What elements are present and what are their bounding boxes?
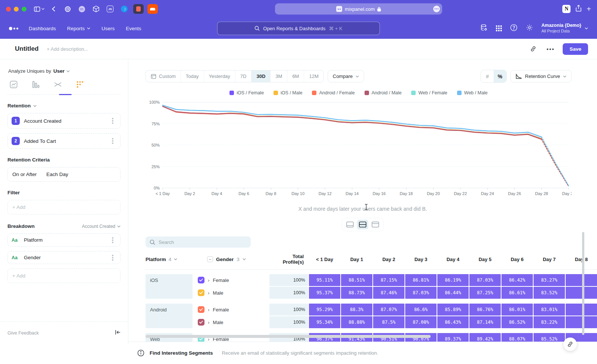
global-search[interactable]: Open Reports & Dashboards ⌘ + K <box>217 22 380 35</box>
retention-value-cell[interactable]: 86.81% <box>405 274 437 286</box>
retention-value-cell[interactable]: 83.01% <box>534 304 565 316</box>
range-30d[interactable]: 30D <box>251 70 271 82</box>
range-custom[interactable]: Custom <box>146 70 181 82</box>
retention-value-cell[interactable]: 83.22% <box>534 316 565 328</box>
expand-chevron-icon[interactable]: › <box>208 307 209 313</box>
notion-extension-icon[interactable]: N <box>562 5 571 13</box>
extension-cube-icon[interactable] <box>91 4 101 14</box>
platform-cell[interactable]: Android <box>146 304 193 328</box>
account-switcher[interactable]: Amazonia {Demo} All Project Data <box>541 23 588 34</box>
absolute-mode-button[interactable]: # <box>481 70 494 82</box>
series-checkbox[interactable] <box>198 306 204 313</box>
legend-item[interactable]: Web / Male <box>457 90 488 95</box>
table-only-view-button[interactable] <box>370 220 381 229</box>
retention-value-cell[interactable]: 86.43% <box>437 316 469 328</box>
retention-step-a[interactable]: 1 Account Created <box>7 113 121 129</box>
sidebar-toggle-icon[interactable] <box>34 4 44 14</box>
share-icon[interactable] <box>576 5 581 13</box>
split-view-button[interactable] <box>357 220 368 229</box>
back-button[interactable] <box>48 4 59 14</box>
breakdown-applies-to-selector[interactable]: Account Created <box>82 224 121 229</box>
retention-value-cell[interactable] <box>566 316 597 328</box>
interesting-segments-bar[interactable]: Find Interesting Segments Receive an ema… <box>128 342 597 364</box>
segments-title[interactable]: Find Interesting Segments <box>150 350 213 356</box>
nav-dashboards[interactable]: Dashboards <box>29 26 56 31</box>
day-column-header[interactable]: Day 1 <box>341 257 372 262</box>
vertical-scrollbar[interactable] <box>582 232 584 335</box>
retention-value-cell[interactable]: 86.42% <box>501 274 533 286</box>
report-title[interactable]: Untitled <box>15 45 38 53</box>
legend-item[interactable]: Web / Female <box>411 90 447 95</box>
retention-section-header[interactable]: Retention <box>7 103 121 109</box>
retention-value-cell[interactable]: 87.46% <box>373 287 404 299</box>
legend-item[interactable]: iOS / Female <box>229 90 264 95</box>
nav-users[interactable]: Users <box>101 26 115 31</box>
tab-retention-icon[interactable] <box>76 81 84 90</box>
retention-value-cell[interactable]: 87.14% <box>469 316 501 328</box>
retention-criteria-card[interactable]: On or After Each Day <box>7 167 121 182</box>
retention-value-cell[interactable]: 87.03% <box>469 274 501 286</box>
range-12m[interactable]: 12M <box>304 70 323 82</box>
total-profiles-cell[interactable]: 100% <box>269 274 308 286</box>
extension-ring-icon[interactable] <box>62 4 73 14</box>
apps-grid-icon[interactable] <box>496 25 502 31</box>
retention-value-cell[interactable]: 88.51% <box>341 274 372 286</box>
day-column-header[interactable]: Day 8 <box>566 257 597 262</box>
tab-insights-icon[interactable] <box>10 81 18 90</box>
save-button[interactable]: Save <box>563 43 588 55</box>
compare-button[interactable]: Compare <box>328 70 364 82</box>
step-menu-icon[interactable] <box>112 120 113 122</box>
platform-cell[interactable]: iOS <box>146 274 193 299</box>
retention-step-b[interactable]: 2 Added To Cart <box>7 133 121 149</box>
platform-column-header[interactable]: Platform 4 <box>146 257 207 262</box>
minimize-window-button[interactable] <box>14 7 19 12</box>
table-search-input[interactable] <box>159 239 241 245</box>
retention-value-cell[interactable]: 87.5% <box>373 316 404 328</box>
total-profiles-cell[interactable]: 100% <box>269 304 308 316</box>
percent-mode-button[interactable]: % <box>494 70 506 82</box>
range-today[interactable]: Today <box>181 70 204 82</box>
retention-value-cell[interactable]: 86.19% <box>437 274 469 286</box>
extension-m-icon[interactable]: m <box>76 4 87 14</box>
range-7d[interactable]: 7D <box>235 70 252 82</box>
floating-share-link-button[interactable] <box>563 338 577 351</box>
retention-value-cell[interactable]: 95.34% <box>309 316 340 328</box>
expand-chevron-icon[interactable]: › <box>208 290 209 296</box>
nav-reports[interactable]: Reports <box>67 26 90 31</box>
settings-gear-icon[interactable] <box>526 24 533 33</box>
legend-item[interactable]: Android / Male <box>365 90 402 95</box>
retention-value-cell[interactable]: 86.76% <box>469 304 501 316</box>
breakdown-menu-icon[interactable] <box>112 257 113 258</box>
retention-value-cell[interactable]: 83.27% <box>534 274 565 286</box>
retention-value-cell[interactable]: 95.37% <box>309 287 340 299</box>
extension-cloud-icon[interactable] <box>147 4 158 14</box>
more-options-icon[interactable]: ••• <box>547 46 555 52</box>
address-bar[interactable]: mixpanel.com ••• <box>275 3 442 15</box>
retention-value-cell[interactable]: 86.6% <box>405 304 437 316</box>
retention-value-cell[interactable]: 86.44% <box>437 287 469 299</box>
day-column-header[interactable]: Day 3 <box>405 257 437 262</box>
tab-flows-icon[interactable] <box>54 81 62 90</box>
retention-value-cell[interactable]: 95.11% <box>309 274 340 286</box>
total-profiles-cell[interactable]: 100% <box>269 316 308 328</box>
day-column-header[interactable]: Day 6 <box>501 257 533 262</box>
retention-value-cell[interactable]: 95.29% <box>309 304 340 316</box>
help-icon[interactable] <box>510 24 518 33</box>
retention-chart[interactable]: 0%25%50%75%100%< 1 DayDay 2Day 4Day 6Day… <box>128 95 597 205</box>
chart-type-selector[interactable]: Retention Curve <box>510 70 572 82</box>
retention-value-cell[interactable]: 87.15% <box>373 274 404 286</box>
retention-value-cell[interactable]: 87.03% <box>405 287 437 299</box>
extension-record-icon[interactable] <box>133 4 144 14</box>
day-column-header[interactable]: Day 5 <box>469 257 501 262</box>
zoom-window-button[interactable] <box>22 7 26 12</box>
retention-value-cell[interactable]: 87.07% <box>373 304 404 316</box>
series-checkbox[interactable] <box>198 277 204 283</box>
day-column-header[interactable]: < 1 Day <box>309 257 340 262</box>
retention-value-cell[interactable]: 86.61% <box>501 287 533 299</box>
expand-chevron-icon[interactable]: › <box>208 320 209 325</box>
series-checkbox[interactable] <box>198 319 204 326</box>
horizontal-scrollbar[interactable] <box>146 335 431 338</box>
breakdown-gender[interactable]: Aa Gender <box>7 251 121 264</box>
copy-link-icon[interactable] <box>528 44 538 54</box>
retention-value-cell[interactable] <box>566 287 597 299</box>
